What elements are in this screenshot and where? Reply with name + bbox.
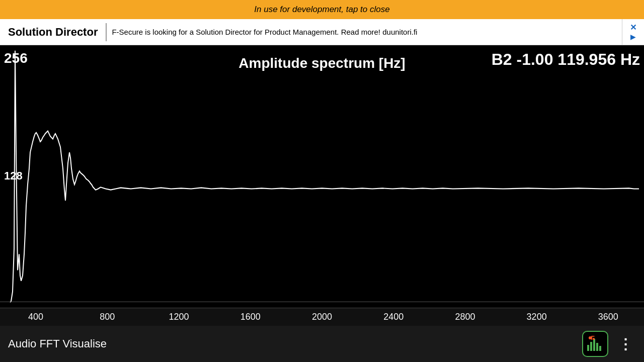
svg-rect-6	[599, 346, 601, 351]
x-label-800: 800	[71, 312, 143, 322]
x-label-3600: 3600	[573, 312, 644, 322]
ad-divider	[106, 23, 107, 41]
app-icon-svg	[586, 335, 604, 353]
svg-point-10	[593, 338, 595, 340]
bottom-bar: Audio FFT Visualise ⋮	[0, 326, 644, 362]
x-label-2400: 2400	[358, 312, 429, 322]
x-label-3200: 3200	[501, 312, 573, 322]
app-name-label: Audio FFT Visualise	[8, 337, 582, 350]
play-icon: ▶	[630, 33, 636, 41]
x-axis-bar: 400 800 1200 1600 2000 2400 2800 3200 36…	[0, 308, 644, 326]
overflow-menu-button[interactable]: ⋮	[615, 336, 636, 352]
ad-bar: Solution Director F-Secure is looking fo…	[0, 19, 644, 45]
svg-rect-5	[596, 343, 598, 351]
svg-rect-9	[592, 336, 595, 337]
app-icon[interactable]	[582, 331, 608, 357]
ad-title: Solution Director	[0, 26, 106, 39]
chart-area: 256 Amplitude spectrum [Hz] B2 -1.00 119…	[0, 45, 644, 308]
svg-rect-4	[593, 339, 595, 351]
x-label-2800: 2800	[429, 312, 501, 322]
svg-rect-3	[590, 342, 592, 351]
dev-banner[interactable]: In use for development, tap to close	[0, 0, 644, 19]
dev-banner-text: In use for development, tap to close	[254, 5, 389, 15]
fft-chart	[0, 45, 644, 308]
close-icon: ✕	[630, 24, 636, 32]
svg-rect-2	[587, 345, 589, 351]
x-label-400: 400	[0, 312, 71, 322]
spectrum-line	[10, 51, 639, 303]
ad-text[interactable]: F-Secure is looking for a Solution Direc…	[112, 27, 622, 37]
x-label-1200: 1200	[143, 312, 214, 322]
x-label-2000: 2000	[286, 312, 358, 322]
x-label-1600: 1600	[215, 312, 286, 322]
svg-point-7	[589, 336, 592, 339]
ad-close-button[interactable]: ✕ ▶	[622, 19, 644, 45]
